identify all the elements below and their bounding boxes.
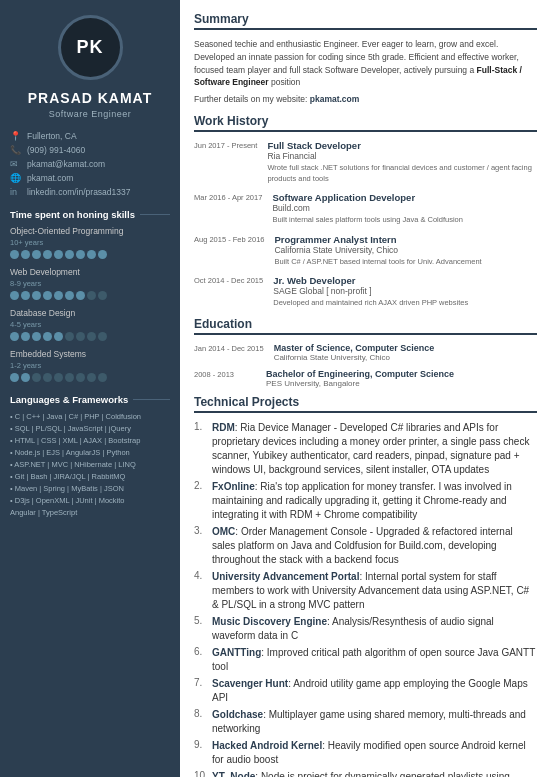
edu-date: 2008 - 2013 — [194, 369, 256, 388]
skill-dot — [76, 291, 85, 300]
skill-dot — [21, 373, 30, 382]
project-num: 1. — [194, 421, 208, 477]
project-num: 5. — [194, 615, 208, 643]
skill-years: 10+ years — [10, 238, 170, 247]
skill-item: Embedded Systems 1-2 years — [10, 349, 170, 382]
project-item: 2. FxOnline: Ria's top application for m… — [194, 480, 537, 522]
education-container: Jan 2014 - Dec 2015 Master of Science, C… — [194, 343, 537, 388]
work-desc: Wrote full stack .NET solutions for fina… — [267, 163, 537, 184]
edu-date: Jan 2014 - Dec 2015 — [194, 343, 264, 362]
project-item: 7. Scavenger Hunt: Android utility game … — [194, 677, 537, 705]
skill-dot — [10, 291, 19, 300]
education-title: Education — [194, 317, 537, 335]
skill-years: 4-5 years — [10, 320, 170, 329]
work-date: Mar 2016 - Apr 2017 — [194, 192, 262, 226]
project-text: RDM: Ria Device Manager - Developed C# l… — [212, 421, 537, 477]
project-num: 7. — [194, 677, 208, 705]
edu-school: PES University, Bangalore — [266, 379, 537, 388]
skill-dot — [10, 250, 19, 259]
candidate-name: PRASAD KAMAT — [10, 90, 170, 106]
work-entry: Jun 2017 - Present Full Stack Developer … — [194, 140, 537, 184]
email-icon: ✉ — [10, 159, 22, 169]
skill-name: Web Development — [10, 267, 170, 277]
work-company: Ria Financial — [267, 151, 537, 161]
project-item: 8. Goldchase: Multiplayer game using sha… — [194, 708, 537, 736]
skill-dot — [43, 291, 52, 300]
projects-container: 1. RDM: Ria Device Manager - Developed C… — [194, 421, 537, 778]
skill-name: Object-Oriented Programming — [10, 226, 170, 236]
summary-website: Further details on my website: pkamat.co… — [194, 94, 537, 104]
edu-degree: Bachelor of Engineering, Computer Scienc… — [266, 369, 537, 379]
project-item: 6. GANTTing: Improved critical path algo… — [194, 646, 537, 674]
contact-phone: 📞 (909) 991-4060 — [10, 145, 170, 155]
skill-dot — [87, 373, 96, 382]
work-title: Programmer Analyst Intern — [274, 234, 537, 245]
skill-dot — [54, 373, 63, 382]
skill-dot — [10, 373, 19, 382]
work-container: Jun 2017 - Present Full Stack Developer … — [194, 140, 537, 309]
project-text: University Advancement Portal: Internal … — [212, 570, 537, 612]
skill-dot — [54, 332, 63, 341]
linkedin-icon: in — [10, 187, 22, 197]
project-item: 10. YT_Node: Node.js project for dynamic… — [194, 770, 537, 778]
skill-dot — [65, 332, 74, 341]
skill-item: Database Design 4-5 years — [10, 308, 170, 341]
contact-email: ✉ pkamat@kamat.com — [10, 159, 170, 169]
project-num: 9. — [194, 739, 208, 767]
work-company: SAGE Global [ non-profit ] — [273, 286, 537, 296]
skill-dot — [21, 291, 30, 300]
project-text: OMC: Order Management Console - Upgraded… — [212, 525, 537, 567]
project-num: 4. — [194, 570, 208, 612]
work-content: Programmer Analyst Intern California Sta… — [274, 234, 537, 268]
work-date: Aug 2015 - Feb 2016 — [194, 234, 264, 268]
skill-dot — [98, 250, 107, 259]
work-entry: Aug 2015 - Feb 2016 Programmer Analyst I… — [194, 234, 537, 268]
project-text: Music Discovery Engine: Analysis/Resynth… — [212, 615, 537, 643]
project-item: 5. Music Discovery Engine: Analysis/Resy… — [194, 615, 537, 643]
work-desc: Developed and maintained rich AJAX drive… — [273, 298, 537, 309]
project-text: Scavenger Hunt: Android utility game app… — [212, 677, 537, 705]
skill-dot — [76, 332, 85, 341]
skill-dot — [87, 332, 96, 341]
skill-dot — [43, 332, 52, 341]
work-title: Software Application Developer — [272, 192, 537, 203]
work-content: Software Application Developer Build.com… — [272, 192, 537, 226]
skill-dot — [76, 373, 85, 382]
skill-dot — [43, 250, 52, 259]
skill-dot — [98, 332, 107, 341]
skill-dot — [87, 291, 96, 300]
skill-dots — [10, 373, 170, 382]
project-text: FxOnline: Ria's top application for mone… — [212, 480, 537, 522]
project-num: 3. — [194, 525, 208, 567]
education-entry: Jan 2014 - Dec 2015 Master of Science, C… — [194, 343, 537, 362]
skill-dot — [32, 250, 41, 259]
project-num: 8. — [194, 708, 208, 736]
work-company: California State University, Chico — [274, 245, 537, 255]
skill-dot — [32, 332, 41, 341]
project-item: 9. Hacked Android Kernel: Heavily modifi… — [194, 739, 537, 767]
skills-container: Object-Oriented Programming 10+ years We… — [10, 226, 170, 382]
skill-dot — [21, 250, 30, 259]
work-title: Full Stack Developer — [267, 140, 537, 151]
work-entry: Mar 2016 - Apr 2017 Software Application… — [194, 192, 537, 226]
projects-title: Technical Projects — [194, 395, 537, 413]
project-text: GANTTing: Improved critical path algorit… — [212, 646, 537, 674]
work-company: Build.com — [272, 203, 537, 213]
main-content: Summary Seasoned techie and enthusiastic… — [180, 0, 551, 777]
work-content: Jr. Web Developer SAGE Global [ non-prof… — [273, 275, 537, 309]
skill-item: Object-Oriented Programming 10+ years — [10, 226, 170, 259]
skill-dot — [65, 373, 74, 382]
skill-dot — [98, 291, 107, 300]
edu-content: Master of Science, Computer Science Cali… — [274, 343, 537, 362]
edu-content: Bachelor of Engineering, Computer Scienc… — [266, 369, 537, 388]
work-date: Jun 2017 - Present — [194, 140, 257, 184]
education-entry: 2008 - 2013 Bachelor of Engineering, Com… — [194, 369, 537, 388]
skill-dot — [65, 291, 74, 300]
languages-text: • C | C++ | Java | C# | PHP | Coldfusion… — [10, 411, 170, 519]
project-item: 3. OMC: Order Management Console - Upgra… — [194, 525, 537, 567]
contact-website: 🌐 pkamat.com — [10, 173, 170, 183]
summary-title: Summary — [194, 12, 537, 30]
skill-dot — [54, 250, 63, 259]
skill-name: Database Design — [10, 308, 170, 318]
skill-dot — [43, 373, 52, 382]
